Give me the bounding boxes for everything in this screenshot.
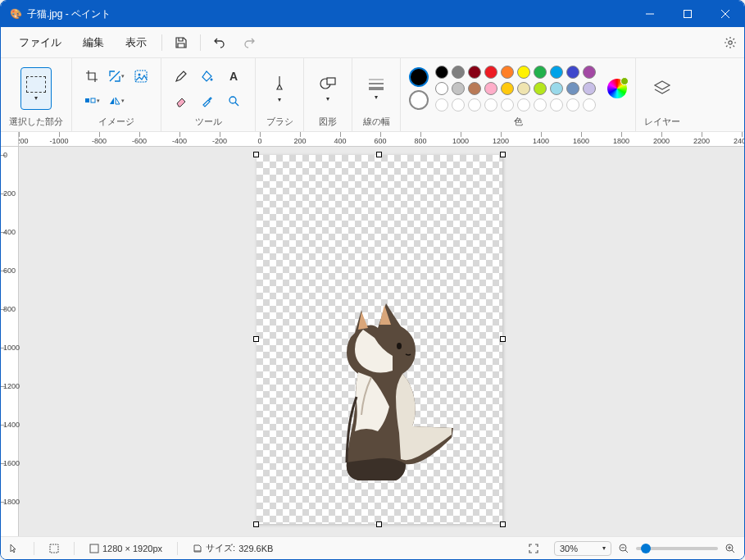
edit-colors-button[interactable] — [607, 79, 627, 98]
group-shapes: ▾ 図形 — [304, 58, 352, 131]
layers-button[interactable] — [647, 67, 678, 110]
selection-handle[interactable] — [253, 152, 259, 157]
rotate-button[interactable]: ▾ — [80, 89, 103, 112]
selection-handle[interactable] — [500, 521, 506, 527]
ruler-horizontal: -1200-1000-800-600-400-20002004006008001… — [1, 132, 744, 147]
color-swatch[interactable] — [517, 66, 530, 79]
canvas-dimensions: 1280 × 1920px — [89, 544, 162, 553]
zoom-in-button[interactable] — [725, 543, 736, 554]
svg-rect-20 — [90, 544, 98, 553]
zoom-slider[interactable] — [636, 547, 718, 550]
color-swatch[interactable] — [501, 98, 514, 112]
selection-handle[interactable] — [500, 152, 506, 157]
svg-rect-14 — [327, 78, 335, 84]
fill-tool[interactable] — [196, 65, 219, 88]
color-swatch[interactable] — [583, 66, 596, 79]
color-swatch[interactable] — [468, 82, 481, 95]
pencil-tool[interactable] — [170, 65, 193, 88]
color-swatch[interactable] — [517, 98, 530, 112]
linewidth-tool[interactable]: ▾ — [361, 67, 392, 110]
selection-tool[interactable]: ▾ — [20, 67, 52, 110]
svg-line-23 — [625, 550, 628, 553]
save-button[interactable] — [167, 30, 195, 55]
background-color[interactable] — [409, 90, 429, 110]
color-swatch[interactable] — [452, 66, 465, 79]
group-shapes-label: 図形 — [319, 116, 337, 131]
group-colors: 色 — [401, 58, 636, 131]
canvas[interactable] — [257, 155, 502, 524]
close-button[interactable] — [706, 1, 744, 27]
menu-view[interactable]: 表示 — [116, 30, 157, 55]
selection-handle[interactable] — [500, 336, 506, 342]
color-swatch[interactable] — [468, 66, 481, 79]
selection-handle[interactable] — [253, 336, 259, 342]
zoom-select[interactable]: 30%▾ — [554, 541, 611, 556]
shapes-tool[interactable]: ▾ — [312, 67, 343, 110]
color-swatch[interactable] — [583, 98, 596, 112]
color-swatch[interactable] — [501, 66, 514, 79]
settings-button[interactable] — [716, 30, 744, 55]
color-swatch[interactable] — [452, 98, 465, 112]
color-swatch[interactable] — [534, 82, 547, 95]
text-tool[interactable]: A — [222, 65, 245, 88]
svg-point-9 — [211, 79, 213, 81]
group-linewidth-label: 線の幅 — [363, 116, 390, 131]
color-swatch[interactable] — [435, 66, 448, 79]
color-swatch[interactable] — [566, 66, 579, 79]
selection-handle[interactable] — [376, 152, 382, 157]
group-brush: ▾ ブラシ — [256, 58, 304, 131]
menu-bar: ファイル 編集 表示 — [1, 27, 744, 58]
eraser-tool[interactable] — [170, 89, 193, 112]
group-tools: A ツール — [161, 58, 256, 131]
fit-screen-button[interactable] — [528, 543, 539, 554]
color-swatch[interactable] — [435, 82, 448, 95]
color-swatch[interactable] — [484, 98, 497, 112]
flip-button[interactable]: ▾ — [105, 89, 128, 112]
canvas-area[interactable] — [19, 147, 744, 536]
color-swatch[interactable] — [484, 82, 497, 95]
color-swatch[interactable] — [566, 82, 579, 95]
selection-handle[interactable] — [376, 521, 382, 527]
app-icon: 🎨 — [9, 7, 22, 20]
eyedropper-tool[interactable] — [196, 89, 219, 112]
maximize-button[interactable] — [669, 1, 706, 27]
color-swatch[interactable] — [435, 98, 448, 112]
color-swatch[interactable] — [550, 98, 563, 112]
color-swatch[interactable] — [583, 82, 596, 95]
selection-handle[interactable] — [253, 521, 259, 527]
foreground-color[interactable] — [409, 67, 429, 87]
ribbon: ▾ 選択した部分 ▾ ▾ ▾ イメージ — [1, 58, 744, 132]
menu-file[interactable]: ファイル — [9, 30, 71, 55]
magnifier-tool[interactable] — [222, 89, 245, 112]
file-size: サイズ: 329.6KB — [193, 542, 273, 554]
color-swatch[interactable] — [517, 82, 530, 95]
svg-line-12 — [235, 102, 238, 106]
image-tool-button[interactable] — [129, 65, 152, 88]
workspace[interactable]: -1200-1000-800-600-400-20002004006008001… — [1, 132, 744, 536]
menu-edit[interactable]: 編集 — [73, 30, 114, 55]
undo-button[interactable] — [206, 30, 234, 55]
color-swatch[interactable] — [484, 66, 497, 79]
color-swatch[interactable] — [566, 98, 579, 112]
svg-line-27 — [732, 550, 734, 553]
color-swatch[interactable] — [550, 82, 563, 95]
color-swatch[interactable] — [550, 66, 563, 79]
group-layers: レイヤー — [636, 58, 688, 131]
svg-rect-8 — [91, 98, 95, 102]
crop-button[interactable] — [80, 65, 103, 88]
zoom-out-button[interactable] — [618, 543, 629, 554]
color-selector[interactable] — [409, 67, 429, 110]
resize-button[interactable]: ▾ — [105, 65, 128, 88]
color-swatch[interactable] — [534, 98, 547, 112]
color-swatch[interactable] — [534, 66, 547, 79]
color-swatch[interactable] — [501, 82, 514, 95]
cursor-position — [9, 544, 19, 553]
svg-rect-1 — [684, 11, 692, 18]
ruler-vertical: 020040060080010001200140016001800 — [1, 132, 19, 536]
redo-button[interactable] — [235, 30, 263, 55]
color-swatch[interactable] — [452, 82, 465, 95]
color-swatch[interactable] — [468, 98, 481, 112]
group-selection: ▾ 選択した部分 — [1, 58, 72, 131]
minimize-button[interactable] — [631, 1, 669, 27]
brush-tool[interactable]: ▾ — [264, 67, 295, 110]
